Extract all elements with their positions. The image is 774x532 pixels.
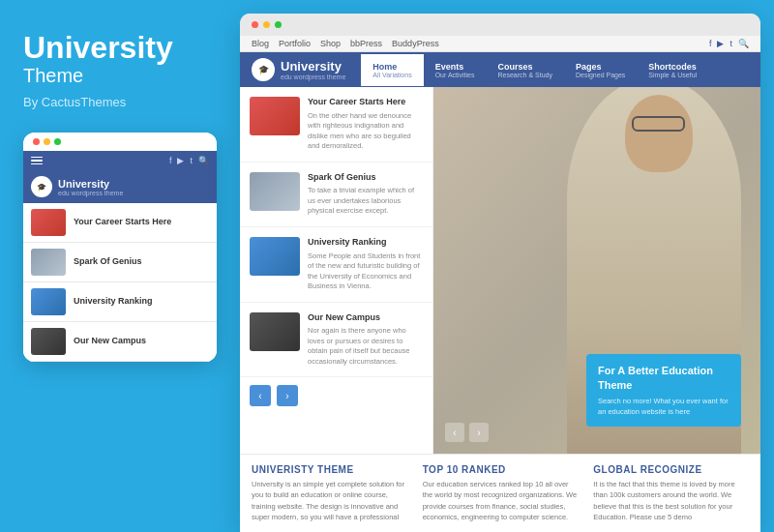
- hamburger-icon[interactable]: [31, 157, 43, 165]
- utility-links: BlogPortfolioShopbbPressBuddyPress: [252, 39, 439, 48]
- hero-cta-title: For A Better Education Theme: [598, 364, 729, 392]
- person-glasses: [632, 116, 685, 132]
- bottom-col-ranked: TOP 10 RANKED Our education services ran…: [423, 464, 579, 522]
- util-twitter-icon[interactable]: t: [729, 39, 732, 48]
- phone-list: Your Career Starts Here Spark Of Genius …: [23, 203, 217, 362]
- nav-item-label: Shortcodes: [648, 62, 697, 72]
- hero-area: For A Better Education Theme Search no m…: [433, 87, 760, 454]
- nav-items: Home All Variations Events Our Activitie…: [361, 54, 749, 86]
- website-wrapper: BlogPortfolioShopbbPressBuddyPress f ▶ t…: [240, 36, 760, 532]
- nav-item-shortcodes[interactable]: Shortcodes Simple & Useful: [637, 54, 708, 86]
- brand-subtitle: Theme: [23, 65, 217, 87]
- browser-dot-green: [275, 21, 282, 28]
- phone-list-item[interactable]: Your Career Starts Here: [23, 203, 217, 243]
- nav-item-sub: Designed Pages: [576, 72, 625, 78]
- article-text: University Ranking Some People and Stude…: [308, 237, 423, 292]
- phone-list-label: Spark Of Genius: [74, 256, 142, 268]
- article-desc: To take a trivial example which of us ev…: [308, 186, 423, 217]
- article-item[interactable]: Spark Of Genius To take a trivial exampl…: [240, 163, 432, 227]
- phone-thumb: [31, 209, 66, 236]
- utility-link[interactable]: Shop: [320, 39, 341, 48]
- phone-logo-text: University: [58, 178, 123, 190]
- article-thumb: [250, 97, 300, 135]
- util-search-icon[interactable]: 🔍: [738, 39, 749, 48]
- bottom-col2-text: Our education services ranked top 10 all…: [423, 479, 579, 522]
- article-list: Your Career Starts Here On the other han…: [240, 87, 433, 454]
- facebook-icon[interactable]: f: [169, 156, 172, 165]
- phone-mockup: f ▶ t 🔍 🎓 University edu wordpress theme…: [23, 133, 217, 362]
- utility-link[interactable]: Blog: [252, 39, 269, 48]
- phone-list-item[interactable]: University Ranking: [23, 282, 217, 322]
- phone-list-item[interactable]: Our New Campus: [23, 322, 217, 362]
- bottom-col3-title: GLOBAL RECOGNIZE: [593, 464, 749, 475]
- nav-item-courses[interactable]: Courses Research & Study: [487, 54, 564, 86]
- article-item[interactable]: University Ranking Some People and Stude…: [240, 227, 432, 303]
- hero-arrows: ‹ ›: [445, 423, 489, 442]
- nav-item-sub: Simple & Useful: [648, 72, 697, 78]
- left-panel: University Theme By CactusThemes f ▶ t 🔍…: [0, 0, 240, 532]
- phone-thumb: [31, 328, 66, 355]
- article-item[interactable]: Your Career Starts Here On the other han…: [240, 87, 432, 163]
- phone-thumb: [31, 288, 66, 315]
- twitter-icon[interactable]: t: [190, 156, 193, 165]
- article-thumb: [250, 312, 300, 351]
- util-video-icon[interactable]: ▶: [717, 39, 724, 48]
- nav-item-label: Home: [372, 62, 411, 72]
- main-nav: 🎓 University edu wordpress theme Home Al…: [240, 52, 760, 87]
- article-text: Our New Campus Nor again is there anyone…: [308, 312, 423, 368]
- phone-list-item[interactable]: Spark Of Genius: [23, 243, 217, 282]
- bottom-col1-text: University is an simple yet complete sol…: [252, 479, 407, 522]
- nav-item-label: Pages: [576, 62, 625, 72]
- dot-red: [33, 138, 40, 145]
- utility-link[interactable]: Portfolio: [279, 39, 311, 48]
- phone-list-label: Our New Campus: [74, 336, 146, 347]
- nav-item-events[interactable]: Events Our Activities: [424, 54, 487, 86]
- phone-list-label: University Ranking: [74, 296, 153, 308]
- brand-title: University: [23, 31, 217, 65]
- utility-bar: BlogPortfolioShopbbPressBuddyPress f ▶ t…: [240, 36, 760, 52]
- phone-list-label: Your Career Starts Here: [74, 217, 171, 228]
- hero-cta-desc: Search no more! What you ever want for a…: [598, 397, 729, 417]
- nav-item-sub: All Variations: [372, 72, 411, 78]
- article-text: Spark Of Genius To take a trivial exampl…: [308, 172, 423, 217]
- bottom-col1-title: UNIVERISTY THEME: [252, 464, 407, 475]
- utility-link[interactable]: bbPress: [350, 39, 382, 48]
- dot-yellow: [44, 138, 50, 145]
- nav-brand-sub: edu wordpress theme: [281, 74, 345, 80]
- phone-logo-sub: edu wordpress theme: [58, 190, 123, 196]
- hero-cta-box: For A Better Education Theme Search no m…: [586, 354, 741, 427]
- nav-item-label: Courses: [498, 62, 552, 72]
- nav-logo-circle: 🎓: [252, 58, 275, 81]
- utility-link[interactable]: BuddyPress: [392, 39, 439, 48]
- article-title: Spark Of Genius: [308, 172, 423, 184]
- search-icon[interactable]: 🔍: [198, 156, 209, 165]
- hero-next-button[interactable]: ›: [469, 423, 489, 442]
- article-item[interactable]: Our New Campus Nor again is there anyone…: [240, 303, 432, 378]
- browser-chrome: [240, 14, 760, 36]
- article-title: Our New Campus: [308, 312, 423, 324]
- article-desc: Nor again is there anyone who loves or p…: [308, 326, 423, 367]
- article-prev-button[interactable]: ‹: [250, 385, 271, 406]
- bottom-section: UNIVERISTY THEME University is an simple…: [240, 454, 760, 532]
- hero-prev-button[interactable]: ‹: [445, 423, 464, 442]
- phone-logo-block: University edu wordpress theme: [58, 178, 123, 196]
- article-desc: On the other hand we denounce with right…: [308, 111, 423, 152]
- article-thumb: [250, 237, 300, 276]
- nav-brand-text-block: University edu wordpress theme: [281, 59, 345, 80]
- nav-item-pages[interactable]: Pages Designed Pages: [564, 54, 637, 86]
- article-title: University Ranking: [308, 237, 423, 249]
- bottom-col-global: GLOBAL RECOGNIZE It is the fact that thi…: [593, 464, 749, 522]
- utility-icons: f ▶ t 🔍: [709, 39, 749, 48]
- article-next-button[interactable]: ›: [277, 385, 298, 406]
- util-facebook-icon[interactable]: f: [709, 39, 712, 48]
- nav-item-home[interactable]: Home All Variations: [361, 54, 423, 86]
- phone-top-bar: [23, 133, 217, 151]
- bottom-col2-title: TOP 10 RANKED: [423, 464, 579, 475]
- bottom-col3-text: It is the fact that this theme is loved …: [593, 479, 749, 522]
- phone-logo-circle: 🎓: [31, 176, 52, 197]
- nav-brand[interactable]: 🎓 University edu wordpress theme: [252, 52, 345, 87]
- phone-thumb: [31, 249, 66, 276]
- play-icon[interactable]: ▶: [177, 156, 184, 165]
- phone-nav-icons: f ▶ t 🔍: [169, 156, 209, 165]
- phone-header: 🎓 University edu wordpress theme: [23, 170, 217, 203]
